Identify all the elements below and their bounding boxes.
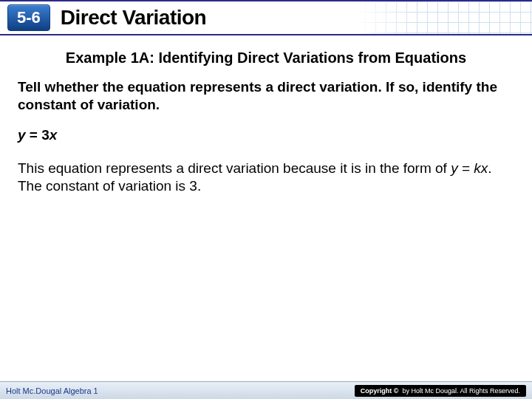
lesson-number-badge: 5-6 xyxy=(7,4,50,31)
equation-equals: = xyxy=(26,127,42,143)
slide-footer: Holt Mc.Dougal Algebra 1 Copyright © by … xyxy=(0,381,532,399)
footer-book-title: Holt Mc.Dougal Algebra 1 xyxy=(6,386,98,395)
copyright-text: by Holt Mc Dougal. All Rights Reserved. xyxy=(402,387,520,395)
explanation-form-y: y xyxy=(451,160,458,176)
chapter-title: Direct Variation xyxy=(61,6,206,30)
equation-y: y xyxy=(18,127,26,143)
explanation-form-eq: = xyxy=(458,160,474,176)
example-heading: Example 1A: Identifying Direct Variation… xyxy=(18,49,514,66)
explanation-pre: This equation represents a direct variat… xyxy=(18,160,451,176)
header-grid-decoration xyxy=(355,1,532,34)
copyright-label: Copyright © xyxy=(361,387,399,395)
lesson-number: 5-6 xyxy=(17,8,41,27)
equation: y = 3x xyxy=(18,127,514,143)
prompt-text: Tell whether the equation represents a d… xyxy=(18,78,514,114)
slide-header: 5-6 Direct Variation xyxy=(0,0,532,35)
equation-x: x xyxy=(50,127,58,143)
slide-content: Example 1A: Identifying Direct Variation… xyxy=(0,35,532,196)
explanation-text: This equation represents a direct variat… xyxy=(18,160,514,196)
footer-copyright: Copyright © by Holt Mc Dougal. All Right… xyxy=(355,385,526,397)
explanation-form-k: kx xyxy=(474,160,488,176)
equation-coef: 3 xyxy=(41,127,50,143)
